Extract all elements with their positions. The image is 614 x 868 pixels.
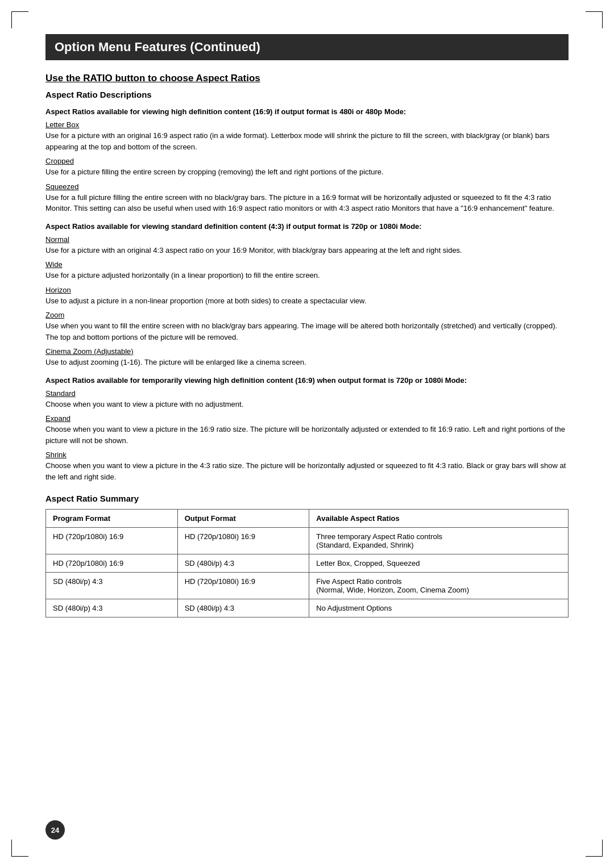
page-number-text: 24	[51, 826, 59, 834]
table-cell: SD (480i/p) 4:3	[177, 554, 309, 573]
table-cell: Three temporary Aspect Ratio controls(St…	[309, 528, 569, 554]
col-header-ratios: Available Aspect Ratios	[309, 510, 569, 528]
table-cell: SD (480i/p) 4:3	[177, 599, 309, 617]
bold-heading-3: Aspect Ratios available for temporarily …	[45, 376, 569, 385]
item-label-cropped: Cropped	[45, 157, 569, 165]
item-label-zoom: Zoom	[45, 311, 569, 319]
table-row: HD (720p/1080i) 16:9HD (720p/1080i) 16:9…	[46, 528, 569, 554]
table-cell: SD (480i/p) 4:3	[46, 573, 178, 599]
item-label-standard: Standard	[45, 389, 569, 398]
page-number-circle: 24	[45, 820, 65, 840]
page-number-area: 24	[45, 820, 65, 840]
page-title-bar: Option Menu Features (Continued)	[45, 34, 569, 60]
item-label-wide: Wide	[45, 260, 569, 269]
table-cell: HD (720p/1080i) 16:9	[46, 528, 178, 554]
item-label-cinema-zoom: Cinema Zoom (Adjustable)	[45, 347, 569, 356]
item-desc-normal: Use for a picture with an original 4:3 a…	[45, 245, 569, 256]
item-label-letterbox: Letter Box	[45, 120, 569, 129]
corner-bottom-right	[586, 840, 603, 857]
corner-bottom-left	[11, 840, 28, 857]
item-desc-horizon: Use to adjust a picture in a non-linear …	[45, 295, 569, 307]
bold-heading-2: Aspect Ratios available for viewing stan…	[45, 222, 569, 231]
corner-top-right	[586, 11, 603, 28]
table-row: SD (480i/p) 4:3HD (720p/1080i) 16:9Five …	[46, 573, 569, 599]
table-cell: No Adjustment Options	[309, 599, 569, 617]
item-label-horizon: Horizon	[45, 286, 569, 294]
col-header-output: Output Format	[177, 510, 309, 528]
table-cell: HD (720p/1080i) 16:9	[177, 573, 309, 599]
table-cell: HD (720p/1080i) 16:9	[46, 554, 178, 573]
item-label-squeezed: Squeezed	[45, 182, 569, 191]
ratio-section-title: Use the RATIO button to choose Aspect Ra…	[45, 73, 569, 84]
item-desc-cinema-zoom: Use to adjust zooming (1-16). The pictur…	[45, 357, 569, 368]
item-desc-letterbox: Use for a picture with an original 16:9 …	[45, 130, 569, 152]
table-cell: Letter Box, Cropped, Squeezed	[309, 554, 569, 573]
item-label-expand: Expand	[45, 414, 569, 423]
aspect-desc-title: Aspect Ratio Descriptions	[45, 90, 569, 99]
table-cell: SD (480i/p) 4:3	[46, 599, 178, 617]
summary-section: Aspect Ratio Summary Program Format Outp…	[45, 494, 569, 617]
table-row: SD (480i/p) 4:3SD (480i/p) 4:3No Adjustm…	[46, 599, 569, 617]
table-cell: HD (720p/1080i) 16:9	[177, 528, 309, 554]
item-desc-standard: Choose when you want to view a picture w…	[45, 399, 569, 410]
item-desc-zoom: Use when you want to fill the entire scr…	[45, 320, 569, 343]
table-row: HD (720p/1080i) 16:9SD (480i/p) 4:3Lette…	[46, 554, 569, 573]
corner-top-left	[11, 11, 28, 28]
page-title: Option Menu Features (Continued)	[55, 40, 559, 55]
item-label-shrink: Shrink	[45, 450, 569, 459]
item-desc-squeezed: Use for a full picture filling the entir…	[45, 192, 569, 214]
item-label-normal: Normal	[45, 235, 569, 244]
table-cell: Five Aspect Ratio controls(Normal, Wide,…	[309, 573, 569, 599]
col-header-program: Program Format	[46, 510, 178, 528]
page: Option Menu Features (Continued) Use the…	[0, 0, 614, 868]
item-desc-shrink: Choose when you want to view a picture i…	[45, 460, 569, 482]
item-desc-expand: Choose when you want to view a picture i…	[45, 424, 569, 446]
item-desc-cropped: Use for a picture filling the entire scr…	[45, 166, 569, 178]
aspect-descriptions: Aspect Ratios available for viewing high…	[45, 107, 569, 482]
bold-heading-1: Aspect Ratios available for viewing high…	[45, 107, 569, 116]
summary-table: Program Format Output Format Available A…	[45, 509, 569, 617]
item-desc-wide: Use for a picture adjusted horizontally …	[45, 270, 569, 281]
summary-title: Aspect Ratio Summary	[45, 494, 569, 503]
table-header-row: Program Format Output Format Available A…	[46, 510, 569, 528]
